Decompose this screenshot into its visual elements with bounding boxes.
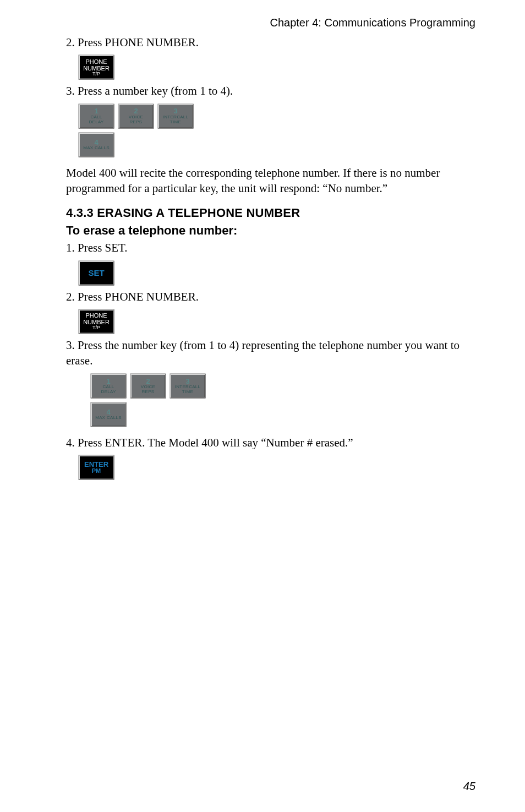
key-4-max-calls: 4 MAX CALLS [78, 132, 114, 157]
section-4-3-3: 4.3.3 ERASING A TELEPHONE NUMBER [66, 206, 475, 220]
key-4b-sub1: MAX CALLS [95, 416, 122, 420]
key-3b: 3 INTERCALL TIME [169, 373, 206, 399]
key-1b-sub2: DELAY [101, 390, 116, 394]
key-3-num: 3 [173, 107, 177, 115]
key-2b: 2 VOICE REPS [130, 373, 166, 399]
step-2b-press-phone: 2. Press PHONE NUMBER. [66, 289, 475, 304]
key-4-sub1: MAX CALLS [83, 146, 110, 150]
step-4-press-enter: 4. Press ENTER. The Model 400 will say “… [66, 435, 475, 450]
key-label-tp: T/P [92, 72, 100, 77]
step-3b-press-number: 3. Press the number key (from 1 to 4) re… [66, 337, 475, 369]
enter-key-label: ENTER [84, 461, 108, 468]
key-1-num: 1 [94, 107, 98, 115]
key-3-intercall-time: 3 INTERCALL TIME [157, 103, 194, 129]
key-label-phone: PHONE [85, 58, 107, 65]
page-number: 45 [463, 780, 475, 793]
enter-key-pm: PM [92, 468, 101, 475]
key-4b: 4 MAX CALLS [90, 402, 127, 427]
key-3-sub2: TIME [170, 120, 181, 124]
key-label-number: NUMBER [83, 65, 110, 72]
key-2-voice-reps: 2 VOICE REPS [118, 103, 154, 129]
key-1-sub2: DELAY [89, 120, 103, 124]
paragraph-recite: Model 400 will recite the corresponding … [66, 165, 475, 197]
enter-key: ENTER PM [78, 455, 114, 480]
key-4b-num: 4 [106, 408, 110, 416]
chapter-title: Chapter 4: Communications Programming [66, 17, 475, 29]
phone-number-key: PHONE NUMBER T/P [78, 55, 114, 80]
set-key: SET [78, 260, 114, 286]
key-2-num: 2 [134, 107, 138, 115]
key-3b-sub2: TIME [182, 390, 193, 394]
key-2b-num: 2 [146, 378, 150, 385]
key-4-num: 4 [94, 139, 98, 146]
phone-number-key-2: PHONE NUMBER T/P [78, 309, 114, 334]
set-key-label: SET [88, 269, 104, 277]
step-2-press-phone: 2. Press PHONE NUMBER. [66, 35, 475, 50]
to-erase-heading: To erase a telephone number: [66, 224, 475, 238]
key-1-call-delay: 1 CALL DELAY [78, 103, 114, 129]
key-2-sub2: REPS [130, 120, 143, 124]
key-2b-sub2: REPS [142, 390, 155, 394]
step-3-press-number: 3. Press a number key (from 1 to 4). [66, 83, 475, 99]
key-label-tp-2: T/P [92, 325, 100, 330]
key-1b: 1 CALL DELAY [90, 373, 127, 399]
key-3b-num: 3 [185, 378, 189, 385]
step-1-press-set: 1. Press SET. [66, 240, 475, 255]
key-1b-num: 1 [106, 378, 110, 385]
key-label-phone-2: PHONE [85, 312, 107, 319]
